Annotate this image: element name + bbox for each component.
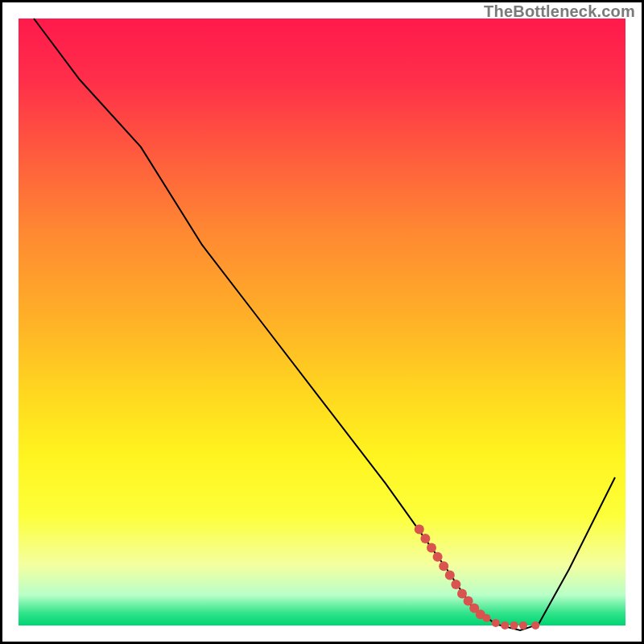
chart-gradient-background bbox=[19, 19, 625, 625]
watermark-text: TheBottleneck.com bbox=[484, 2, 635, 21]
chart-frame: TheBottleneck.com bbox=[0, 0, 644, 644]
